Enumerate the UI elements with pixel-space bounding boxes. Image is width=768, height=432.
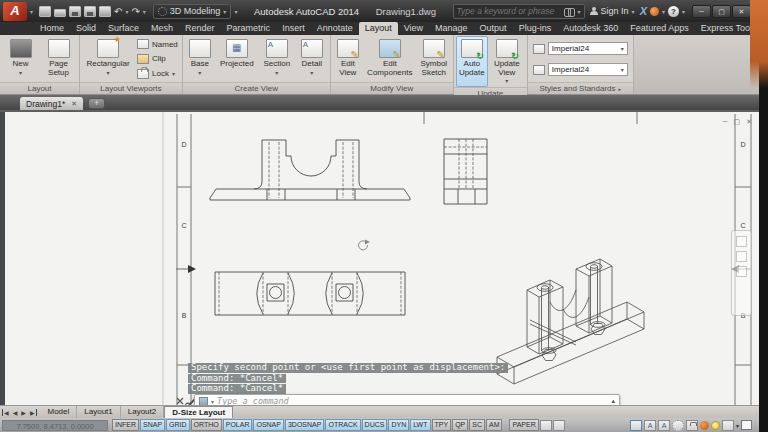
side-view[interactable]	[444, 139, 487, 204]
base-view-button[interactable]: Base ▾	[185, 36, 215, 82]
search-input[interactable]	[457, 6, 561, 16]
named-viewport-button[interactable]: Named	[137, 39, 178, 49]
sign-in-button[interactable]: Sign In ▾	[590, 6, 635, 16]
help-caret-icon[interactable]: ▾	[682, 8, 685, 15]
saveas-icon[interactable]	[84, 6, 96, 17]
toggle-tpy[interactable]: TPY	[432, 419, 452, 431]
tab-home[interactable]: Home	[34, 22, 70, 35]
tray-menu-caret-icon[interactable]: ▾	[736, 422, 739, 429]
drawing-restore-button[interactable]: ▢	[734, 118, 741, 126]
detail-view-button[interactable]: A Detail ▾	[296, 36, 328, 82]
maximize-button[interactable]: ▢	[712, 5, 731, 18]
standard-style-icon[interactable]	[533, 65, 545, 75]
tab-autodesk360[interactable]: Autodesk 360	[557, 22, 624, 35]
symbol-sketch-button[interactable]: ✎ Symbol Sketch	[417, 36, 451, 82]
toggle-3dosnap[interactable]: 3DOSNAP	[285, 419, 324, 431]
tab-output[interactable]: Output	[474, 22, 513, 35]
communication-center-icon[interactable]	[650, 7, 659, 16]
plan-view[interactable]	[215, 272, 405, 315]
commandline-tools[interactable]	[177, 398, 195, 405]
tab-render[interactable]: Render	[179, 22, 221, 35]
drawing-close-button[interactable]: ✕	[746, 118, 752, 126]
toggle-grid[interactable]: GRID	[166, 419, 190, 431]
command-recent-caret-icon[interactable]: ▾	[211, 398, 214, 405]
toggle-dyn[interactable]: DYN	[388, 419, 409, 431]
comm-caret-icon[interactable]: ▾	[662, 8, 665, 15]
toggle-otrack[interactable]: OTRACK	[325, 419, 360, 431]
command-input[interactable]: Type a command	[217, 396, 608, 405]
autoscale-gear-icon[interactable]	[672, 420, 684, 431]
qnew-icon[interactable]	[39, 6, 51, 17]
command-input-bar[interactable]: ▾ Type a command ▴	[194, 394, 620, 405]
paper-model-toggle[interactable]: PAPER	[509, 419, 538, 431]
file-tab-drawing1[interactable]: Drawing1* ✕	[20, 97, 83, 110]
projected-view-button[interactable]: ▦ Projected	[216, 36, 258, 82]
panel-label-create-view[interactable]: Create View	[183, 82, 330, 94]
app-menu-caret-icon[interactable]: ▾	[30, 8, 33, 15]
tab-dsize-layout[interactable]: D-Size Layout	[164, 406, 233, 418]
toggle-ortho[interactable]: ORTHO	[191, 419, 222, 431]
tab-model[interactable]: Model	[41, 406, 78, 418]
toggle-infer[interactable]: INFER	[112, 419, 139, 431]
rectangular-viewport-button[interactable]: ★ Rectangular ▾	[82, 36, 134, 82]
redo-caret-icon[interactable]: ▾	[143, 8, 146, 15]
redo-icon[interactable]: ↷	[131, 6, 139, 17]
search-caret-icon[interactable]: ▾	[578, 8, 581, 15]
panel-label-layout-viewports[interactable]: Layout Viewports	[80, 82, 182, 94]
qat-customize-caret-icon[interactable]: ▾	[234, 8, 237, 15]
open-icon[interactable]	[54, 9, 66, 17]
drawing-canvas[interactable]: D C B D C B	[0, 110, 768, 405]
new-file-tab-button[interactable]: +	[88, 98, 105, 109]
tab-surface[interactable]: Surface	[102, 22, 145, 35]
isolate-objects-icon[interactable]	[711, 421, 720, 430]
toggle-sc[interactable]: SC	[469, 419, 485, 431]
style-combo-1[interactable]: Imperial24 ▾	[548, 42, 628, 55]
tab-layout[interactable]: Layout	[359, 22, 398, 35]
application-menu-button[interactable]: A	[3, 2, 27, 21]
workspace-switcher[interactable]: 3D Modeling ▾	[153, 4, 232, 19]
last-layout-icon[interactable]: ▶	[29, 409, 37, 416]
panel-label-layout[interactable]: Layout	[0, 82, 79, 94]
tab-plugins[interactable]: Plug-ins	[513, 22, 558, 35]
toolbar-lock-icon[interactable]	[686, 420, 698, 431]
navbar-zoom-icon[interactable]	[736, 266, 747, 277]
search-binoculars-icon[interactable]	[564, 8, 575, 15]
annotation-visibility-icon[interactable]: A	[658, 420, 670, 431]
plot-icon[interactable]	[99, 6, 111, 17]
command-expand-icon[interactable]: ▴	[611, 397, 615, 405]
style-combo-2[interactable]: Imperial24 ▾	[548, 63, 628, 76]
prev-layout-icon[interactable]: ◀	[12, 409, 19, 416]
lock-viewport-button[interactable]: Lock ▾	[137, 69, 178, 79]
file-tab-close-icon[interactable]: ✕	[71, 100, 77, 108]
exchange-apps-icon[interactable]: X	[640, 5, 647, 17]
toggle-snap[interactable]: SNAP	[140, 419, 165, 431]
next-layout-icon[interactable]: ▶	[20, 409, 27, 416]
minimize-button[interactable]: ─	[692, 5, 711, 18]
toggle-polar[interactable]: POLAR	[223, 419, 253, 431]
tab-manage[interactable]: Manage	[429, 22, 474, 35]
tab-layout1[interactable]: Layout1	[77, 406, 120, 418]
edit-components-button[interactable]: ✎ Edit Components	[364, 36, 416, 82]
new-layout-button[interactable]: New ▾	[2, 36, 39, 82]
page-setup-button[interactable]: Page Setup	[40, 36, 77, 82]
front-view[interactable]	[210, 140, 410, 200]
save-icon[interactable]	[69, 6, 81, 17]
navbar-pan-icon[interactable]	[736, 236, 747, 247]
tab-parametric[interactable]: Parametric	[221, 22, 277, 35]
tab-annotate[interactable]: Annotate	[311, 22, 359, 35]
undo-icon[interactable]: ↶	[114, 6, 122, 17]
toggle-qp[interactable]: QP	[452, 419, 468, 431]
quick-view-layouts-icon[interactable]	[540, 420, 552, 431]
panel-label-styles-standards[interactable]: Styles and Standards ▸	[528, 82, 633, 94]
drawing-minimize-button[interactable]: ─	[723, 118, 728, 126]
viewport-maximize-icon[interactable]	[630, 420, 642, 431]
section-view-button[interactable]: A Section ▾	[259, 36, 295, 82]
clip-viewport-button[interactable]: Clip	[137, 54, 178, 64]
tab-insert[interactable]: Insert	[276, 22, 311, 35]
navigation-bar[interactable]	[731, 230, 752, 316]
toggle-ducs[interactable]: DUCS	[362, 419, 388, 431]
tab-featured-apps[interactable]: Featured Apps	[624, 22, 695, 35]
auto-update-button[interactable]: ↻ Auto Update	[456, 36, 488, 87]
tab-mesh[interactable]: Mesh	[145, 22, 179, 35]
quick-view-drawings-icon[interactable]	[553, 420, 565, 431]
